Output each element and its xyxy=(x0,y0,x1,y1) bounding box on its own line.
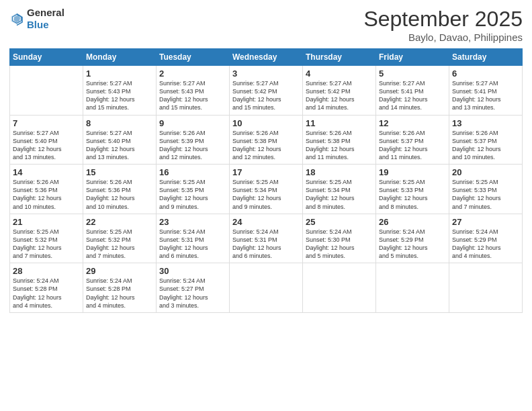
day-number: 10 xyxy=(232,118,300,128)
day-number: 4 xyxy=(306,68,373,79)
calendar-header-row: Sunday Monday Tuesday Wednesday Thursday… xyxy=(10,49,523,66)
day-number: 28 xyxy=(13,266,80,276)
calendar-cell: 12Sunrise: 5:26 AM Sunset: 5:37 PM Dayli… xyxy=(376,115,449,165)
location-title: Baylo, Davao, Philippines xyxy=(363,32,523,43)
day-info: Sunrise: 5:25 AM Sunset: 5:33 PM Dayligh… xyxy=(379,178,446,211)
calendar-cell: 15Sunrise: 5:26 AM Sunset: 5:36 PM Dayli… xyxy=(83,165,157,214)
col-monday: Monday xyxy=(83,49,157,66)
calendar-cell: 30Sunrise: 5:24 AM Sunset: 5:27 PM Dayli… xyxy=(157,263,230,313)
calendar-cell: 20Sunrise: 5:25 AM Sunset: 5:33 PM Dayli… xyxy=(449,165,523,214)
day-number: 27 xyxy=(452,217,519,227)
day-number: 20 xyxy=(452,167,519,177)
day-number: 25 xyxy=(306,217,373,227)
calendar-cell xyxy=(449,263,523,313)
day-number: 1 xyxy=(86,68,153,79)
day-number: 24 xyxy=(232,217,300,227)
calendar-cell: 4Sunrise: 5:27 AM Sunset: 5:42 PM Daylig… xyxy=(303,66,376,116)
day-number: 9 xyxy=(159,118,226,128)
calendar-cell: 14Sunrise: 5:26 AM Sunset: 5:36 PM Dayli… xyxy=(10,165,83,214)
calendar-cell: 1Sunrise: 5:27 AM Sunset: 5:43 PM Daylig… xyxy=(83,66,157,116)
day-info: Sunrise: 5:26 AM Sunset: 5:36 PM Dayligh… xyxy=(13,178,80,211)
day-info: Sunrise: 5:27 AM Sunset: 5:42 PM Dayligh… xyxy=(232,79,300,112)
day-info: Sunrise: 5:24 AM Sunset: 5:31 PM Dayligh… xyxy=(159,228,226,261)
day-number: 3 xyxy=(232,68,300,79)
col-saturday: Saturday xyxy=(449,49,523,66)
day-info: Sunrise: 5:24 AM Sunset: 5:28 PM Dayligh… xyxy=(13,277,80,310)
day-info: Sunrise: 5:25 AM Sunset: 5:34 PM Dayligh… xyxy=(232,178,300,211)
day-info: Sunrise: 5:27 AM Sunset: 5:41 PM Dayligh… xyxy=(452,79,519,112)
calendar-cell: 3Sunrise: 5:27 AM Sunset: 5:42 PM Daylig… xyxy=(230,66,303,116)
day-info: Sunrise: 5:26 AM Sunset: 5:37 PM Dayligh… xyxy=(379,129,446,162)
day-info: Sunrise: 5:24 AM Sunset: 5:29 PM Dayligh… xyxy=(379,228,446,261)
calendar-cell: 28Sunrise: 5:24 AM Sunset: 5:28 PM Dayli… xyxy=(10,263,83,313)
calendar-cell: 22Sunrise: 5:25 AM Sunset: 5:32 PM Dayli… xyxy=(83,214,157,263)
calendar-cell xyxy=(10,66,83,116)
day-number: 21 xyxy=(13,217,80,227)
day-number: 6 xyxy=(452,68,519,79)
calendar-week-row: 1Sunrise: 5:27 AM Sunset: 5:43 PM Daylig… xyxy=(10,66,523,116)
calendar-cell: 6Sunrise: 5:27 AM Sunset: 5:41 PM Daylig… xyxy=(449,66,523,116)
calendar-cell: 18Sunrise: 5:25 AM Sunset: 5:34 PM Dayli… xyxy=(303,165,376,214)
calendar-cell: 29Sunrise: 5:24 AM Sunset: 5:28 PM Dayli… xyxy=(83,263,157,313)
day-info: Sunrise: 5:25 AM Sunset: 5:35 PM Dayligh… xyxy=(159,178,226,211)
calendar-week-row: 28Sunrise: 5:24 AM Sunset: 5:28 PM Dayli… xyxy=(10,263,523,313)
day-info: Sunrise: 5:24 AM Sunset: 5:31 PM Dayligh… xyxy=(232,228,300,261)
day-number: 11 xyxy=(306,118,373,128)
col-wednesday: Wednesday xyxy=(230,49,303,66)
calendar-week-row: 7Sunrise: 5:27 AM Sunset: 5:40 PM Daylig… xyxy=(10,115,523,165)
calendar-cell: 19Sunrise: 5:25 AM Sunset: 5:33 PM Dayli… xyxy=(376,165,449,214)
calendar-cell: 10Sunrise: 5:26 AM Sunset: 5:38 PM Dayli… xyxy=(230,115,303,165)
day-number: 15 xyxy=(86,167,153,177)
calendar-cell: 24Sunrise: 5:24 AM Sunset: 5:31 PM Dayli… xyxy=(230,214,303,263)
day-info: Sunrise: 5:24 AM Sunset: 5:29 PM Dayligh… xyxy=(452,228,519,261)
calendar-table: Sunday Monday Tuesday Wednesday Thursday… xyxy=(9,48,523,313)
col-friday: Friday xyxy=(376,49,449,66)
day-info: Sunrise: 5:27 AM Sunset: 5:40 PM Dayligh… xyxy=(13,129,80,162)
day-number: 5 xyxy=(379,68,446,79)
calendar-week-row: 21Sunrise: 5:25 AM Sunset: 5:32 PM Dayli… xyxy=(10,214,523,263)
header: General Blue September 2025 Baylo, Davao… xyxy=(9,7,523,43)
calendar-cell xyxy=(303,263,376,313)
day-number: 14 xyxy=(13,167,80,177)
day-info: Sunrise: 5:24 AM Sunset: 5:30 PM Dayligh… xyxy=(306,228,373,261)
calendar-week-row: 14Sunrise: 5:26 AM Sunset: 5:36 PM Dayli… xyxy=(10,165,523,214)
calendar-cell: 5Sunrise: 5:27 AM Sunset: 5:41 PM Daylig… xyxy=(376,66,449,116)
day-info: Sunrise: 5:27 AM Sunset: 5:42 PM Dayligh… xyxy=(306,79,373,112)
day-number: 22 xyxy=(86,217,153,227)
calendar-cell: 13Sunrise: 5:26 AM Sunset: 5:37 PM Dayli… xyxy=(449,115,523,165)
col-tuesday: Tuesday xyxy=(157,49,230,66)
calendar-cell: 23Sunrise: 5:24 AM Sunset: 5:31 PM Dayli… xyxy=(157,214,230,263)
logo: General Blue xyxy=(9,7,64,31)
logo-icon xyxy=(9,11,24,26)
day-info: Sunrise: 5:27 AM Sunset: 5:41 PM Dayligh… xyxy=(379,79,446,112)
day-info: Sunrise: 5:26 AM Sunset: 5:36 PM Dayligh… xyxy=(86,178,153,211)
col-thursday: Thursday xyxy=(303,49,376,66)
calendar-cell: 7Sunrise: 5:27 AM Sunset: 5:40 PM Daylig… xyxy=(10,115,83,165)
col-sunday: Sunday xyxy=(10,49,83,66)
month-title: September 2025 xyxy=(363,7,523,32)
day-info: Sunrise: 5:25 AM Sunset: 5:33 PM Dayligh… xyxy=(452,178,519,211)
day-info: Sunrise: 5:26 AM Sunset: 5:37 PM Dayligh… xyxy=(452,129,519,162)
day-number: 23 xyxy=(159,217,226,227)
day-info: Sunrise: 5:27 AM Sunset: 5:40 PM Dayligh… xyxy=(86,129,153,162)
calendar-cell: 21Sunrise: 5:25 AM Sunset: 5:32 PM Dayli… xyxy=(10,214,83,263)
day-info: Sunrise: 5:27 AM Sunset: 5:43 PM Dayligh… xyxy=(159,79,226,112)
day-number: 2 xyxy=(159,68,226,79)
calendar-cell: 2Sunrise: 5:27 AM Sunset: 5:43 PM Daylig… xyxy=(157,66,230,116)
day-info: Sunrise: 5:24 AM Sunset: 5:27 PM Dayligh… xyxy=(159,277,226,310)
day-number: 29 xyxy=(86,266,153,276)
day-info: Sunrise: 5:25 AM Sunset: 5:32 PM Dayligh… xyxy=(13,228,80,261)
logo-text: General Blue xyxy=(27,7,64,31)
day-info: Sunrise: 5:27 AM Sunset: 5:43 PM Dayligh… xyxy=(86,79,153,112)
day-info: Sunrise: 5:24 AM Sunset: 5:28 PM Dayligh… xyxy=(86,277,153,310)
title-block: September 2025 Baylo, Davao, Philippines xyxy=(363,7,523,43)
day-info: Sunrise: 5:26 AM Sunset: 5:38 PM Dayligh… xyxy=(232,129,300,162)
day-info: Sunrise: 5:26 AM Sunset: 5:39 PM Dayligh… xyxy=(159,129,226,162)
day-number: 8 xyxy=(86,118,153,128)
calendar-cell: 27Sunrise: 5:24 AM Sunset: 5:29 PM Dayli… xyxy=(449,214,523,263)
day-number: 13 xyxy=(452,118,519,128)
day-info: Sunrise: 5:26 AM Sunset: 5:38 PM Dayligh… xyxy=(306,129,373,162)
calendar-cell: 16Sunrise: 5:25 AM Sunset: 5:35 PM Dayli… xyxy=(157,165,230,214)
calendar-cell: 8Sunrise: 5:27 AM Sunset: 5:40 PM Daylig… xyxy=(83,115,157,165)
calendar-cell: 17Sunrise: 5:25 AM Sunset: 5:34 PM Dayli… xyxy=(230,165,303,214)
